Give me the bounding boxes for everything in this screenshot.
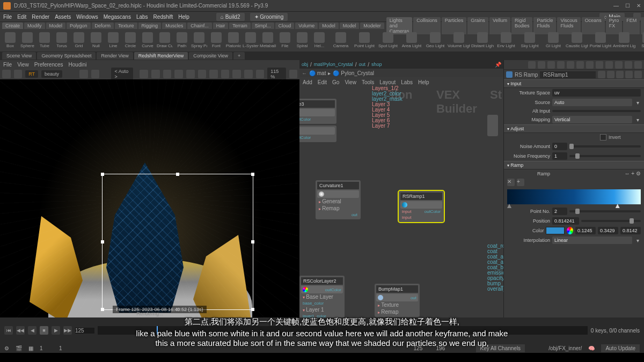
shelf-tool[interactable]: Torus — [54, 32, 70, 48]
path-mat[interactable]: mat/Pylon_Crystal — [314, 62, 353, 67]
color-b[interactable]: 0.8142 — [620, 227, 641, 234]
altinput-field[interactable] — [552, 110, 641, 112]
nmenu-help[interactable]: Help — [418, 79, 429, 85]
ptool-icon[interactable] — [605, 61, 613, 69]
reload-icon[interactable] — [607, 71, 614, 78]
menu-labs[interactable]: Labs — [136, 14, 148, 20]
node-curvature[interactable]: Curvature1 ▸ General ▸ Remap out — [316, 180, 361, 219]
node-rscolorlayer[interactable]: RSColorLayer2 outColor ▾ Base Layer base… — [299, 276, 345, 317]
mapping-select[interactable]: Vertical — [552, 116, 632, 123]
shelf-tool[interactable]: Env Light — [495, 32, 517, 48]
noisefreq-slider[interactable] — [569, 155, 641, 157]
vmenu-view[interactable]: View — [17, 62, 29, 68]
ptool-icon[interactable] — [538, 61, 545, 69]
path-shop[interactable]: shop — [371, 62, 382, 67]
vtool-icon[interactable] — [140, 70, 148, 78]
nmenu-edit[interactable]: Edit — [318, 79, 327, 85]
vtool-icon[interactable] — [163, 70, 172, 78]
crumb-pylon[interactable]: 🔵 Pylon_Crystal — [333, 70, 374, 76]
zoom-level[interactable]: 115 % — [267, 68, 286, 80]
menu-megascans[interactable]: Megascans — [104, 14, 131, 20]
menu-windows[interactable]: Windows — [76, 14, 98, 20]
color-wheel-icon[interactable] — [567, 227, 573, 234]
section-input[interactable]: Input — [504, 79, 644, 88]
shelf-tool[interactable]: Box — [2, 32, 18, 48]
shelf-tool[interactable]: Draw Curve — [157, 32, 173, 48]
menu-render[interactable]: Render — [32, 14, 49, 20]
vtool-icon[interactable] — [232, 70, 241, 78]
position-slider[interactable] — [581, 220, 641, 222]
shelf-tool[interactable]: Sphere — [19, 32, 35, 48]
shelf-tool[interactable]: Curve — [140, 32, 156, 48]
path-out[interactable]: out — [359, 62, 366, 67]
tab-rs-renderview[interactable]: Redshift RenderView — [134, 52, 188, 60]
shelf-tool[interactable]: Spray Paint — [191, 32, 207, 48]
shelf-tool[interactable]: Tube — [36, 32, 53, 48]
menu-redshift[interactable]: Redshift — [153, 14, 173, 20]
ptool-icon[interactable] — [557, 61, 565, 69]
ptool-icon[interactable] — [596, 61, 603, 69]
shelf-tool[interactable]: Metaball — [260, 32, 276, 48]
shelf-tab[interactable]: Volume — [295, 23, 318, 29]
texspace-field[interactable]: uv — [552, 89, 641, 97]
ramp-del-icon[interactable]: ✕ — [507, 179, 515, 186]
refresh-icon[interactable] — [14, 70, 23, 78]
shelf-tab[interactable]: Muscles — [162, 23, 186, 29]
source-select[interactable]: Auto — [552, 99, 632, 106]
shelf-tab[interactable]: Collisions — [413, 17, 441, 34]
interp-select[interactable]: Linear — [552, 237, 632, 244]
shelf-tool[interactable]: Distant Light — [471, 32, 494, 48]
shelf-tab[interactable]: Simpl... — [252, 23, 274, 29]
tab-render-view[interactable]: Render View — [97, 52, 133, 60]
rt-toggle[interactable]: RT — [25, 70, 38, 78]
tab-composite[interactable]: Composite View — [189, 52, 232, 60]
vtool-icon[interactable] — [198, 70, 207, 78]
shelf-tool[interactable]: Platonic — [225, 32, 241, 48]
ptool-icon[interactable] — [625, 61, 632, 69]
shelf-tab[interactable]: Rigging — [138, 23, 162, 29]
shelf-tool[interactable]: Portal Light — [589, 32, 612, 48]
node-bumpmap[interactable]: BumpMap1 out ▸ Texture ▸ Remap — [375, 284, 420, 317]
shelf-tool[interactable]: Geo Light — [424, 32, 447, 48]
ptool-icon[interactable] — [576, 61, 584, 69]
help-icon[interactable] — [625, 71, 633, 78]
search-icon[interactable] — [616, 71, 624, 78]
lock-icon[interactable] — [79, 70, 88, 78]
region-select[interactable] — [102, 174, 253, 310]
shelf-tab[interactable]: Modify — [24, 23, 45, 29]
ramp-add-pt-icon[interactable]: + — [517, 179, 524, 186]
invert-checkbox[interactable] — [600, 134, 606, 141]
nmenu-go[interactable]: Go — [332, 79, 339, 85]
menu-file[interactable]: File — [3, 14, 12, 20]
shelf-tool[interactable]: Hel... — [311, 32, 327, 48]
shelf-tab[interactable]: Model — [46, 23, 66, 29]
tab-scene-view[interactable]: Scene View — [2, 52, 36, 60]
shelf-tab[interactable]: FEM — [623, 17, 640, 34]
nmenu-add[interactable]: Add — [303, 79, 312, 85]
shelf-tab[interactable]: Hair — [213, 23, 229, 29]
tab-plus-icon[interactable]: + — [233, 52, 245, 60]
vtool-icon[interactable] — [244, 70, 253, 78]
gear-icon[interactable] — [598, 71, 605, 78]
info-icon[interactable] — [634, 71, 642, 78]
param-name-field[interactable]: RSRamp1 — [540, 71, 596, 78]
shelf-tool[interactable]: Area Light — [400, 32, 423, 48]
shelf-tab[interactable]: Modeler — [360, 23, 384, 29]
crumb-mat[interactable]: 🔵 mat — [309, 70, 326, 76]
shelf-tool[interactable]: Grid — [71, 32, 87, 48]
vtool-icon[interactable] — [256, 70, 265, 78]
desktop-build[interactable]: ⌂ Build2 — [216, 13, 245, 21]
snapshot-icon[interactable] — [91, 70, 100, 78]
vtool-icon[interactable] — [221, 70, 230, 78]
shelf-tool[interactable]: Spot Light — [377, 32, 399, 48]
shelf-tool[interactable]: Line — [105, 32, 121, 48]
ramp-gradient[interactable] — [507, 189, 641, 204]
vmenu-houdini[interactable]: Houdini — [69, 62, 87, 68]
nmenu-tools[interactable]: Tools — [362, 79, 374, 85]
node-material[interactable] — [487, 115, 498, 136]
shelf-tool[interactable]: Camera — [330, 32, 352, 48]
shelf-tab[interactable]: Pyro FX — [606, 17, 623, 34]
section-ramp[interactable]: Ramp — [504, 161, 644, 169]
shelf-tool[interactable]: Ambient Light — [613, 32, 635, 48]
aov-select[interactable]: beauty — [41, 70, 62, 78]
